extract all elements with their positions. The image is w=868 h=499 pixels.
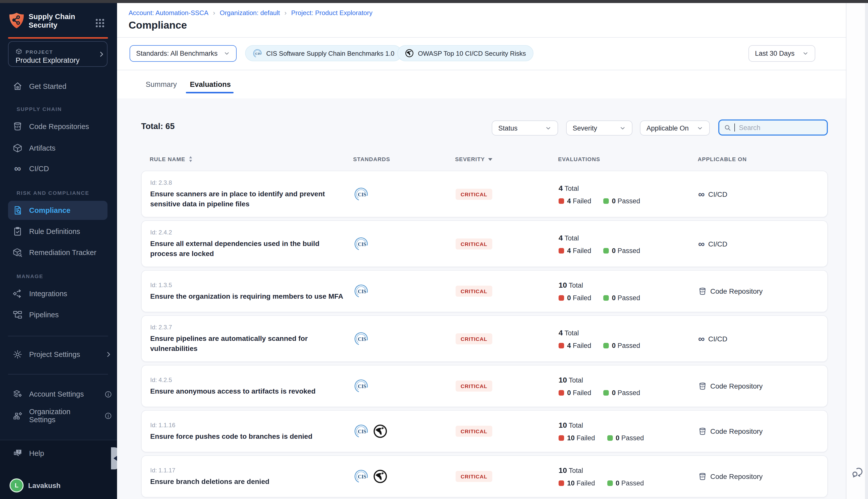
status-filter-dropdown[interactable]: Status (492, 121, 558, 135)
header-evaluations: EVALUATIONS (558, 156, 698, 162)
eval-passed-count: 0 (612, 389, 616, 397)
header-rule-name[interactable]: RULE NAME (141, 156, 353, 163)
chevron-down-icon (619, 125, 626, 131)
date-range-dropdown[interactable]: Last 30 Days (748, 45, 815, 62)
sort-desc-icon[interactable] (488, 157, 493, 161)
sidebar-item-pipelines[interactable]: Pipelines (13, 309, 112, 321)
eval-failed-label: Failed (573, 342, 591, 349)
svg-text:CIS: CIS (358, 429, 366, 434)
sidebar-item-rule-definitions[interactable]: Rule Definitions (13, 226, 112, 238)
account-settings-icon (13, 389, 23, 399)
applicable-label: CI/CD (708, 190, 727, 198)
table-row[interactable]: Id: 1.3.5 Ensure the organization is req… (141, 270, 828, 312)
infinity-icon: ∞ (13, 164, 23, 174)
failed-swatch (558, 480, 564, 486)
sidebar-item-get-started[interactable]: Get Started (13, 80, 112, 93)
header-applicable-on: APPLICABLE ON (698, 156, 828, 162)
window-top-strip (0, 0, 868, 3)
standards-cell: CIS (354, 284, 456, 299)
table-row[interactable]: Id: 1.1.16 Ensure force pushes code to b… (141, 410, 828, 452)
remediation-box-icon (13, 247, 23, 257)
sidebar-item-help[interactable]: ? Help (13, 447, 112, 459)
severity-cell: CRITICAL (456, 380, 558, 392)
rule-id: Id: 1.1.16 (150, 422, 354, 428)
sidebar-item-label: Account Settings (29, 390, 84, 398)
severity-badge: CRITICAL (456, 188, 492, 199)
search-input[interactable] (738, 123, 815, 132)
evaluations-panel: Total: 65 Status Severity Applicable On (117, 98, 846, 499)
applicable-on-filter-dropdown[interactable]: Applicable On (640, 121, 710, 135)
eval-passed-label: Passed (622, 479, 644, 487)
failed-swatch (558, 390, 564, 395)
rule-cell: Id: 1.1.17 Ensure branch deletions are d… (142, 459, 354, 494)
eval-passed-label: Passed (618, 342, 640, 349)
project-selector[interactable]: PROJECT Product Exploratory (8, 41, 108, 67)
standards-dropdown[interactable]: Standards: All Benchmarks (130, 45, 237, 62)
eval-failed-count: 10 (567, 479, 575, 487)
table-row[interactable]: Id: 2.4.2 Ensure all external dependenci… (141, 220, 828, 267)
evaluations-cell: 4 Total 4 Failed 0 Passed (558, 183, 698, 205)
integrations-icon (13, 289, 23, 299)
eval-passed-label: Passed (618, 389, 640, 397)
sidebar-item-label: CI/CD (29, 165, 49, 173)
search-box[interactable] (718, 120, 828, 135)
rule-name: Ensure the organization is requiring mem… (150, 291, 345, 301)
info-icon[interactable] (105, 390, 112, 398)
code-repository-icon (698, 382, 707, 390)
sidebar-item-remediation-tracker[interactable]: Remediation Tracker (13, 246, 112, 258)
eval-failed-count: 4 (567, 197, 571, 205)
chevron-down-icon (224, 50, 230, 57)
breadcrumb-project-link[interactable]: Project: Product Exploratory (291, 9, 373, 16)
table-row[interactable]: Id: 2.3.7 Ensure pipelines are automatic… (141, 315, 828, 362)
owasp-logo-icon (373, 469, 388, 484)
scrollbar-track[interactable] (865, 3, 868, 499)
tab-summary[interactable]: Summary (146, 77, 177, 92)
failed-swatch (558, 435, 564, 441)
chevron-down-icon (697, 125, 703, 131)
eval-total-count: 10 (558, 466, 567, 474)
infinity-icon: ∞ (698, 239, 705, 249)
eval-passed-label: Passed (618, 247, 640, 254)
user-name[interactable]: Lavakush (28, 482, 61, 489)
active-tab-indicator (186, 92, 233, 93)
sidebar: Supply Chain Security PROJECT Product Ex… (0, 3, 117, 499)
sidebar-item-code-repositories[interactable]: Code Repositories (13, 121, 112, 133)
collapse-arrow-icon (113, 456, 117, 461)
severity-cell: CRITICAL (456, 471, 558, 482)
table-row[interactable]: Id: 4.2.5 Ensure anonymous access to art… (141, 365, 828, 407)
sidebar-item-account-settings[interactable]: Account Settings (13, 388, 112, 400)
app-grid-icon[interactable] (94, 17, 106, 28)
cis-benchmark-chip[interactable]: CIS CIS Software Supply Chain Benchmarks… (245, 45, 402, 61)
breadcrumb-separator: › (213, 9, 215, 16)
tab-evaluations[interactable]: Evaluations (190, 77, 231, 92)
passed-swatch (603, 343, 609, 348)
sidebar-item-project-settings[interactable]: Project Settings (13, 349, 112, 361)
chevron-right-icon (98, 51, 105, 58)
severity-badge: CRITICAL (456, 471, 492, 482)
section-manage: MANAGE (16, 273, 44, 279)
failed-swatch (558, 343, 564, 348)
user-avatar[interactable]: L (10, 478, 24, 492)
severity-badge: CRITICAL (456, 426, 492, 437)
header-severity[interactable]: SEVERITY (455, 156, 558, 162)
sidebar-item-organization-settings[interactable]: Organization Settings (13, 410, 112, 422)
table-row[interactable]: Id: 1.1.17 Ensure branch deletions are d… (141, 455, 828, 498)
eval-total-count: 4 (558, 328, 563, 337)
sidebar-item-artifacts[interactable]: Artifacts (13, 142, 112, 154)
eval-total-count: 10 (558, 421, 567, 429)
breadcrumb-account-link[interactable]: Account: Automation-SSCA (129, 9, 208, 16)
sidebar-item-compliance[interactable]: Compliance (8, 201, 108, 220)
sidebar-item-cicd[interactable]: ∞ CI/CD (13, 163, 112, 175)
support-chat-icon[interactable] (850, 466, 864, 479)
breadcrumb-organization-link[interactable]: Organization: default (220, 9, 280, 16)
owasp-chip[interactable]: OWASP Top 10 CI/CD Security Risks (397, 45, 533, 61)
chevron-down-icon (802, 50, 809, 57)
severity-badge: CRITICAL (456, 333, 492, 344)
sidebar-item-integrations[interactable]: Integrations (13, 288, 112, 300)
severity-filter-dropdown[interactable]: Severity (566, 121, 632, 135)
severity-badge: CRITICAL (456, 238, 492, 249)
table-row[interactable]: Id: 2.3.8 Ensure scanners are in place t… (141, 171, 828, 217)
info-icon[interactable] (105, 412, 112, 419)
sort-icon[interactable] (188, 156, 193, 163)
page-title: Compliance (129, 19, 187, 31)
